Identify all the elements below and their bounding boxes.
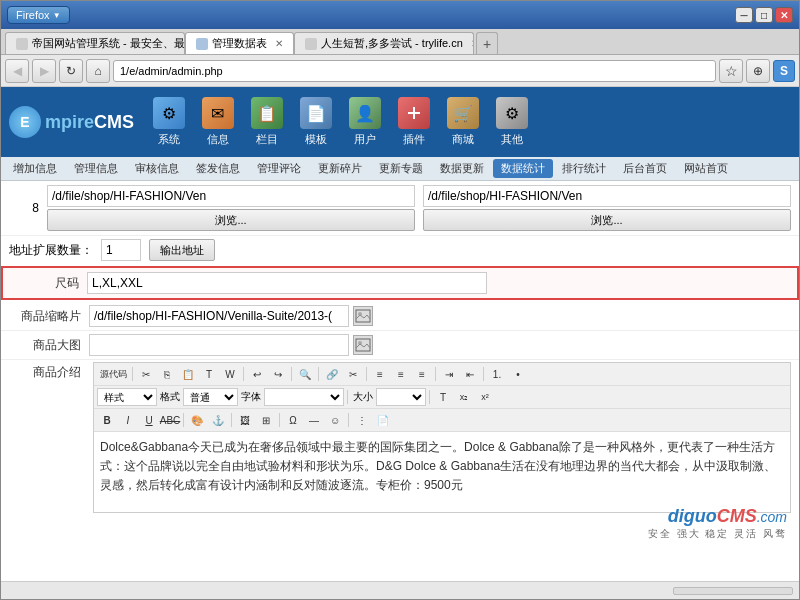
color-btn[interactable]: 🎨 [187,411,207,429]
cms-nav-user-label: 用户 [354,132,376,147]
size-input[interactable] [87,272,487,294]
special-char-btn[interactable]: Ω [283,411,303,429]
cms-nav-template[interactable]: 📄 模板 [293,93,338,151]
cms-nav-plugin[interactable]: 插件 [391,93,436,151]
cms-nav-other[interactable]: ⚙ 其他 [489,93,534,151]
subnav-topic[interactable]: 更新专题 [371,159,431,178]
reload-button[interactable]: ↻ [59,59,83,83]
strikethrough-btn[interactable]: ABC [160,411,180,429]
subnav-manage[interactable]: 管理信息 [66,159,126,178]
paste-text-btn[interactable]: T [199,365,219,383]
cut-btn[interactable]: ✂ [136,365,156,383]
bold-btn[interactable]: B [97,411,117,429]
thumbnail-content [89,305,791,327]
outdent-btn[interactable]: ⇤ [460,365,480,383]
subnav-sign[interactable]: 签发信息 [188,159,248,178]
paste-btn[interactable]: 📋 [178,365,198,383]
cms-nav-info[interactable]: ✉ 信息 [195,93,240,151]
browse-button-2[interactable]: 浏览... [423,209,791,231]
format-select[interactable]: 普通 [183,388,238,406]
editor-toolbar-2: 样式 格式 普通 字体 大小 [94,386,790,409]
size-row: 尺码 [1,266,799,300]
subnav-fragment[interactable]: 更新碎片 [310,159,370,178]
close-button[interactable]: ✕ [775,7,793,23]
cms-logo-icon: E [9,106,41,138]
minimize-button[interactable]: ─ [735,7,753,23]
tab-3[interactable]: 人生短暂,多多尝试 - trylife.cn ✕ [294,32,474,54]
align-center-btn[interactable]: ≡ [391,365,411,383]
undo-btn[interactable]: ↩ [247,365,267,383]
format-btn-2[interactable]: ⋮ [352,411,372,429]
sup-btn[interactable]: x² [475,388,495,406]
progress-bar [673,587,793,595]
subnav-backend[interactable]: 后台首页 [615,159,675,178]
tab-1-icon [16,38,28,50]
s-icon[interactable]: S [773,60,795,82]
address-ext-input[interactable] [101,239,141,261]
size-select[interactable] [376,388,426,406]
smiley-btn[interactable]: ☺ [325,411,345,429]
subnav-datastat[interactable]: 数据统计 [493,159,553,178]
user-icon: 👤 [349,97,381,129]
nav-star-icon[interactable]: ☆ [719,59,743,83]
italic-btn[interactable]: I [118,411,138,429]
cms-nav-user[interactable]: 👤 用户 [342,93,387,151]
indent-btn[interactable]: ⇥ [439,365,459,383]
hr-btn[interactable]: — [304,411,324,429]
tab-1-label: 帝国网站管理系统 - 最安全、最稳... [32,36,185,51]
back-button[interactable]: ◀ [5,59,29,83]
tab-2-close[interactable]: ✕ [275,38,283,49]
bigimage-input[interactable] [89,334,349,356]
editor-content[interactable]: Dolce&Gabbana今天已成为在奢侈品领域中最主要的国际集团之一。Dolc… [94,432,790,512]
subnav-frontend[interactable]: 网站首页 [676,159,736,178]
browse-button-1[interactable]: 浏览... [47,209,415,231]
tab-2[interactable]: 管理数据表 ✕ [185,32,294,54]
tab-1[interactable]: 帝国网站管理系统 - 最安全、最稳... ✕ [5,32,185,54]
field2-input[interactable] [423,185,791,207]
ol-btn[interactable]: 1. [487,365,507,383]
style-select[interactable]: 样式 [97,388,157,406]
editor-toolbar-3: B I U ABC 🎨 ⚓ 🖼 ⊞ Ω — ☺ [94,409,790,432]
address-bar-input[interactable] [113,60,716,82]
ul-btn[interactable]: • [508,365,528,383]
nav-bookmark-icon[interactable]: ⊕ [746,59,770,83]
underline-btn[interactable]: U [139,411,159,429]
field1-input[interactable] [47,185,415,207]
find-btn[interactable]: 🔍 [295,365,315,383]
thumbnail-image-icon[interactable] [353,306,373,326]
table-btn[interactable]: ⊞ [256,411,276,429]
firefox-menu-button[interactable]: Firefox ▼ [7,6,70,24]
output-address-button[interactable]: 输出地址 [149,239,215,261]
subnav-audit[interactable]: 审核信息 [127,159,187,178]
unlink-btn[interactable]: ✂ [343,365,363,383]
link-btn[interactable]: 🔗 [322,365,342,383]
cms-nav-column[interactable]: 📋 栏目 [244,93,289,151]
text-color-btn[interactable]: T [433,388,453,406]
subnav-comment[interactable]: 管理评论 [249,159,309,178]
cms-logo: E mpireCMS [9,106,134,138]
image-btn[interactable]: 🖼 [235,411,255,429]
align-left-btn[interactable]: ≡ [370,365,390,383]
align-right-btn[interactable]: ≡ [412,365,432,383]
font-select[interactable] [264,388,344,406]
anchor-btn[interactable]: ⚓ [208,411,228,429]
home-button[interactable]: ⌂ [86,59,110,83]
subnav-ranking[interactable]: 排行统计 [554,159,614,178]
sub-btn[interactable]: x₂ [454,388,474,406]
template-btn[interactable]: 📄 [373,411,393,429]
cms-nav-plugin-label: 插件 [403,132,425,147]
redo-btn[interactable]: ↪ [268,365,288,383]
source-code-btn[interactable]: 源代码 [97,365,129,383]
paste-word-btn[interactable]: W [220,365,240,383]
subnav-dataupdate[interactable]: 数据更新 [432,159,492,178]
cms-nav-shop[interactable]: 🛒 商城 [440,93,485,151]
cms-nav-system[interactable]: ⚙ 系统 [146,93,191,151]
copy-btn[interactable]: ⎘ [157,365,177,383]
subnav-add[interactable]: 增加信息 [5,159,65,178]
bigimage-image-icon[interactable] [353,335,373,355]
thumbnail-input[interactable] [89,305,349,327]
tab-3-close[interactable]: ✕ [471,38,474,49]
new-tab-button[interactable]: + [476,32,498,54]
forward-button[interactable]: ▶ [32,59,56,83]
maximize-button[interactable]: □ [755,7,773,23]
